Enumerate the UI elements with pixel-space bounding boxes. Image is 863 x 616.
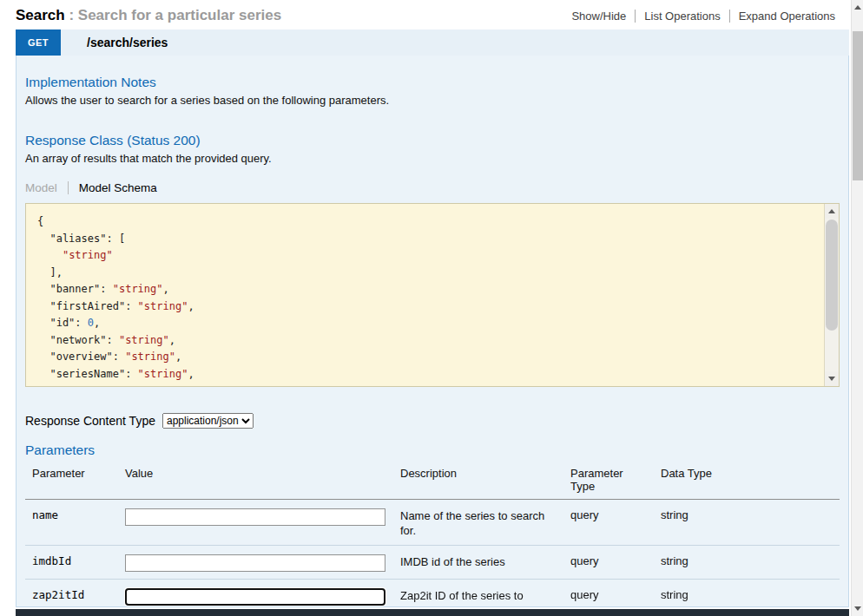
schema-line: "firstAired": "string", <box>37 298 813 316</box>
title-separator: : <box>65 7 78 23</box>
parameter-description: IMDB id of the series <box>393 546 563 579</box>
tab-model[interactable]: Model <box>25 181 68 194</box>
parameters-heading: Parameters <box>25 442 840 458</box>
response-content-type-select[interactable]: application/json <box>162 413 254 429</box>
page-title: Search : Search for a particular series <box>16 7 281 24</box>
response-class-heading: Response Class (Status 200) <box>25 133 840 148</box>
schema-line: "id": 0, <box>37 315 813 332</box>
scroll-up-button[interactable] <box>825 204 839 219</box>
parameter-row-imdbid: imdbId IMDB id of the series query strin… <box>25 546 840 580</box>
code-scrollbar[interactable] <box>824 204 839 386</box>
page-scroll-up-button[interactable] <box>852 0 863 15</box>
schema-line: "seriesName": "string", <box>37 366 813 383</box>
schema-line: "string" <box>37 247 813 265</box>
arrow-down-icon <box>828 377 835 381</box>
parameter-type: query <box>563 580 654 607</box>
scroll-down-button[interactable] <box>825 371 839 386</box>
parameter-description: Zap2it ID of the series to search for. <box>393 580 563 607</box>
parameter-row-zap2itid: zap2itId Zap2it ID of the series to sear… <box>25 580 840 607</box>
implementation-notes-heading: Implementation Notes <box>25 75 840 90</box>
parameters-table-header: Parameter Value Description Parameter Ty… <box>25 462 840 500</box>
response-content-type-label: Response Content Type <box>25 414 155 428</box>
arrow-down-icon <box>854 606 861 611</box>
imdbid-input[interactable] <box>125 554 385 572</box>
schema-line: "aliases": [ <box>37 231 813 248</box>
parameter-name: zap2itId <box>32 588 84 601</box>
http-method-badge: GET <box>16 29 61 56</box>
operation-bar[interactable]: GET /search/series <box>16 29 849 56</box>
schema-line: { <box>37 213 813 231</box>
parameter-type: query <box>563 500 654 545</box>
schema-line: "network": "string", <box>37 332 813 350</box>
arrow-up-icon <box>854 5 861 10</box>
list-operations-link[interactable]: List Operations <box>635 10 728 23</box>
col-parameter: Parameter <box>25 462 118 499</box>
parameter-row-name: name Name of the series to search for. q… <box>25 500 840 546</box>
tab-model-schema[interactable]: Model Schema <box>68 181 168 194</box>
swagger-page: Search : Search for a particular series … <box>0 0 863 616</box>
schema-tabs: Model Model Schema <box>25 179 840 196</box>
arrow-up-icon <box>828 209 835 213</box>
show-hide-link[interactable]: Show/Hide <box>563 10 635 23</box>
schema-line: "overview": "string", <box>37 349 813 366</box>
header-actions: Show/Hide List Operations Expand Operati… <box>563 10 835 23</box>
expand-operations-link[interactable]: Expand Operations <box>729 10 835 23</box>
page-scrollbar-thumb[interactable] <box>853 31 863 180</box>
operation-content: Implementation Notes Allows the user to … <box>16 56 849 607</box>
col-description: Description <box>393 462 563 499</box>
parameter-type: query <box>563 546 654 579</box>
parameter-data-type: string <box>654 546 840 579</box>
page-scroll-down-button[interactable] <box>852 601 863 616</box>
parameter-description: Name of the series to search for. <box>393 500 563 545</box>
col-data-type: Data Type <box>654 462 840 499</box>
code-scrollbar-thumb[interactable] <box>826 220 838 331</box>
parameters-table: Parameter Value Description Parameter Ty… <box>25 462 840 607</box>
parameter-name: name <box>32 508 58 521</box>
operation-path[interactable]: /search/series <box>87 36 168 49</box>
col-value: Value <box>118 462 393 499</box>
response-class-text: An array of results that match the provi… <box>25 152 840 165</box>
parameter-data-type: string <box>654 500 840 545</box>
next-section-bar[interactable] <box>16 609 849 616</box>
schema-line: "banner": "string", <box>37 281 813 298</box>
parameter-data-type: string <box>654 580 840 607</box>
model-schema-snippet: { "aliases": [ "string" ], "banner": "st… <box>25 203 840 387</box>
schema-line: ], <box>37 265 813 282</box>
endpoint-header: Search : Search for a particular series … <box>0 0 863 29</box>
parameter-name: imdbId <box>32 554 71 567</box>
col-parameter-type: Parameter Type <box>563 462 654 499</box>
implementation-notes-text: Allows the user to search for a series b… <box>25 94 840 107</box>
response-content-type-row: Response Content Type application/json <box>25 411 840 430</box>
page-scrollbar[interactable] <box>851 0 863 616</box>
endpoint-subtitle: Search for a particular series <box>78 7 281 23</box>
zap2itid-input[interactable] <box>125 588 385 606</box>
name-input[interactable] <box>125 508 385 526</box>
endpoint-title: Search <box>16 7 65 23</box>
